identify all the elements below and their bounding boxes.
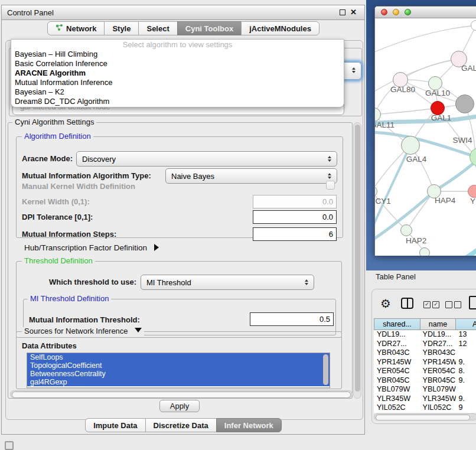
hub-definition-expander[interactable]: Hub/Transcription Factor Definition xyxy=(24,243,159,252)
sources-group-title[interactable]: Sources for Network Inference xyxy=(22,327,144,335)
table-row[interactable]: YIL052CYIL052C9 xyxy=(374,403,476,413)
table-hscrollbar-thumb[interactable] xyxy=(376,415,470,420)
manual-kernel-width-label: Manual Kernel Width Definition xyxy=(22,182,135,191)
algorithm-option[interactable]: Basic Correlation Inference xyxy=(11,59,344,69)
aracne-mode-label: Aracne Mode: xyxy=(22,154,73,163)
node-label: GAL xyxy=(461,64,476,73)
network-node-gray[interactable] xyxy=(455,94,474,113)
dpi-tolerance-label: DPI Tolerance [0,1]: xyxy=(22,213,93,221)
attribute-item[interactable]: gal4RGexp xyxy=(27,378,330,386)
node-label: Y xyxy=(470,197,475,206)
settings-horizontal-scrollbar[interactable] xyxy=(10,390,353,398)
attribute-item[interactable]: BetweennessCentrality xyxy=(27,370,330,378)
network-tab-icon xyxy=(56,24,63,33)
kernel-width-input xyxy=(253,195,337,208)
deselect-all-columns-icon[interactable] xyxy=(445,301,461,308)
tab-impute-data[interactable]: Impute Data xyxy=(85,418,145,432)
algorithm-option[interactable]: Bayesian – Hill Climbing xyxy=(11,50,344,59)
new-table-icon[interactable] xyxy=(469,296,476,309)
algorithm-option[interactable]: Bayesian – K2 xyxy=(11,87,344,97)
tab-network[interactable]: Network xyxy=(47,21,105,35)
expand-right-icon xyxy=(154,244,159,251)
tab-select[interactable]: Select xyxy=(138,21,177,35)
table-row[interactable]: YER054CYER054C8. xyxy=(374,367,476,376)
control-panel-window: Control Panel ✕ Network Style Select xyxy=(1,5,365,435)
apply-button[interactable]: Apply xyxy=(159,400,200,412)
mi-algorithm-type-combobox[interactable]: Naive Bayes xyxy=(165,168,337,184)
table-row[interactable]: YDL19...YDL19...13 xyxy=(374,330,476,340)
tab-infer-network[interactable]: Infer Network xyxy=(216,418,282,432)
mi-threshold-group-title: MI Threshold Definition xyxy=(28,295,111,303)
threshold-definition-title: Threshold Definition xyxy=(22,257,95,265)
select-all-columns-icon[interactable]: ✓✓ xyxy=(423,301,439,308)
table-row[interactable]: YDR27...YDR27...12 xyxy=(374,340,476,349)
settings-vertical-scrollbar[interactable] xyxy=(353,122,361,399)
data-attributes-label: Data Attributes xyxy=(22,341,77,350)
float-window-icon[interactable] xyxy=(340,9,345,15)
algorithm-definition-title: Algorithm Definition xyxy=(22,132,93,141)
network-node-partial-bottom[interactable] xyxy=(419,247,430,256)
close-icon[interactable]: ✕ xyxy=(350,8,357,17)
zoom-traffic-light[interactable] xyxy=(405,9,411,15)
tab-style[interactable]: Style xyxy=(104,21,139,35)
table-row[interactable]: YBL079WYBL079W xyxy=(374,385,476,394)
dpi-tolerance-input[interactable] xyxy=(253,210,337,224)
network-view-window: GAL GAL80 GAL10 GAL1 GAL11 SWI4 GAL4 GCY… xyxy=(374,6,476,256)
attribute-item[interactable]: TopologicalCoefficient xyxy=(27,361,330,370)
network-window-titlebar xyxy=(375,6,476,18)
combo-arrows-icon xyxy=(352,67,356,73)
mi-steps-input[interactable] xyxy=(253,227,337,241)
network-node-gal4[interactable] xyxy=(401,136,420,155)
combo-arrows-icon xyxy=(328,156,331,162)
gear-icon[interactable]: ⚙ xyxy=(380,298,391,309)
algorithm-option[interactable]: Mutual Information Inference xyxy=(11,78,344,87)
table-horizontal-scrollbar[interactable] xyxy=(374,413,476,420)
node-label: GCY1 xyxy=(375,197,391,206)
tab-cyni-toolbox[interactable]: Cyni Toolbox xyxy=(177,21,242,35)
show-columns-icon[interactable] xyxy=(401,298,413,309)
corner-widget-icon[interactable] xyxy=(5,441,14,450)
attributes-list-scrollbar-thumb[interactable] xyxy=(323,354,328,385)
tab-network-label: Network xyxy=(66,24,96,33)
bottom-tabbar: Impute Data Discretize Data Infer Networ… xyxy=(2,418,366,432)
table-panel-title: Table Panel xyxy=(376,272,416,281)
node-label: GAL11 xyxy=(375,120,395,129)
column-header-name[interactable]: name xyxy=(420,318,456,330)
aracne-mode-combobox[interactable]: Discovery xyxy=(76,151,337,167)
mi-algorithm-type-value: Naive Bayes xyxy=(171,172,214,181)
which-threshold-value: MI Threshold xyxy=(146,278,191,287)
table-row[interactable]: YLR345WYLR345W9. xyxy=(374,394,476,404)
node-label: GAL80 xyxy=(388,85,418,94)
attribute-item[interactable]: SelfLoops xyxy=(27,353,330,361)
node-label: GAL10 xyxy=(422,89,453,97)
settings-scrollbar-thumb[interactable] xyxy=(355,125,360,392)
algorithm-option[interactable]: Dream8 DC_TDC Algorithm xyxy=(11,97,344,106)
tab-discretize-data[interactable]: Discretize Data xyxy=(145,418,217,432)
column-header-shared[interactable]: shared... xyxy=(374,318,420,330)
node-label: GAL1 xyxy=(428,113,454,122)
settings-hscrollbar-thumb[interactable] xyxy=(12,392,351,398)
network-node-hap2[interactable] xyxy=(400,224,412,236)
node-label: HAP2 xyxy=(406,236,426,245)
screen: Control Panel ✕ Network Style Select xyxy=(0,0,476,450)
which-threshold-label: Which threshold to use: xyxy=(49,278,136,286)
algorithm-popup-prompt: Select algorithm to view settings xyxy=(11,40,344,50)
minimize-traffic-light[interactable] xyxy=(393,9,399,15)
mi-threshold-label: Mutual Information Threshold: xyxy=(29,315,140,324)
column-header-clipped[interactable]: A xyxy=(455,318,476,330)
table-row[interactable]: YPR145WYPR145W9. xyxy=(374,358,476,367)
close-traffic-light[interactable] xyxy=(381,9,387,15)
mi-threshold-input[interactable] xyxy=(250,312,334,326)
table-panel-window: ⚙ ✓✓ shared... name A YDL19...YDL19...13… xyxy=(371,289,476,424)
table-row[interactable]: YBR045CYBR045C9. xyxy=(374,376,476,386)
table-row[interactable]: YBR043CYBR043C xyxy=(374,348,476,358)
mi-algorithm-type-label: Mutual Information Algorithm Type: xyxy=(22,171,151,180)
tab-jactivemnodules[interactable]: jActiveMNodules xyxy=(241,21,319,35)
network-canvas[interactable]: GAL GAL80 GAL10 GAL1 GAL11 SWI4 GAL4 GCY… xyxy=(375,19,476,256)
algorithm-option-selected[interactable]: ARACNE Algorithm xyxy=(11,69,344,78)
which-threshold-combobox[interactable]: MI Threshold xyxy=(141,275,314,290)
manual-kernel-width-checkbox xyxy=(326,181,335,190)
expand-down-icon xyxy=(135,328,142,332)
kernel-width-label: Kernel Width (0,1): xyxy=(22,197,90,206)
mi-steps-label: Mutual Information Steps: xyxy=(22,230,116,239)
